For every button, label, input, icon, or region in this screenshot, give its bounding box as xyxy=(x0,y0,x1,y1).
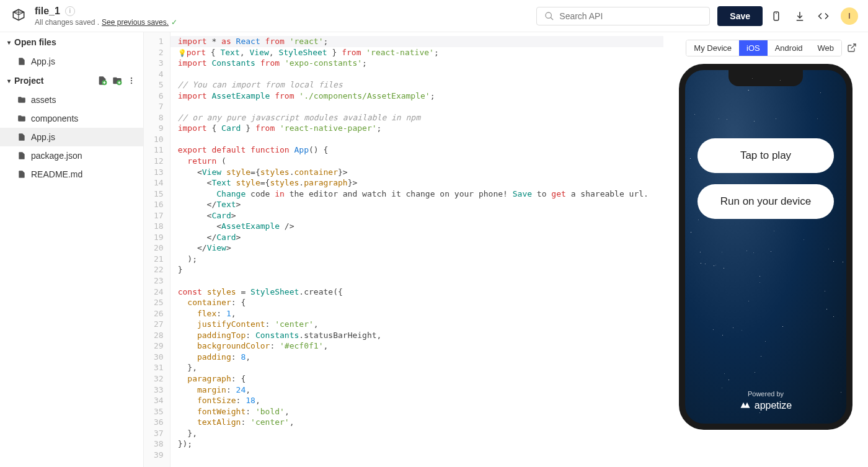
more-icon[interactable] xyxy=(127,76,136,86)
info-icon[interactable]: i xyxy=(65,6,75,16)
file-icon xyxy=(17,133,26,141)
file-title: file_1 xyxy=(35,6,60,17)
file-label: App.js xyxy=(31,132,55,142)
search-box[interactable] xyxy=(536,7,710,25)
save-button[interactable]: Save xyxy=(717,6,763,26)
project-actions xyxy=(97,76,136,86)
code-area[interactable]: import * as React from 'react';💡port { T… xyxy=(170,32,663,467)
device-icon[interactable] xyxy=(770,10,782,22)
powered-by: Powered by appetize xyxy=(685,390,846,411)
chevron-down-icon: ▾ xyxy=(7,78,11,84)
appetize-icon xyxy=(740,401,751,410)
preview-tabs-row: My DeviceiOSAndroidWeb xyxy=(673,40,858,56)
header: file_1 i All changes saved . See previou… xyxy=(0,0,868,32)
file-icon xyxy=(17,57,26,66)
phone-button[interactable]: Tap to play xyxy=(698,138,834,173)
preview-tab-web[interactable]: Web xyxy=(810,40,842,56)
download-icon[interactable] xyxy=(794,10,806,22)
file-label: App.js xyxy=(31,56,55,66)
project-file-item[interactable]: README.md xyxy=(0,165,143,184)
avatar[interactable]: I xyxy=(841,7,858,25)
phone-buttons: Tap to playRun on your device xyxy=(685,138,846,219)
file-label: assets xyxy=(31,95,56,105)
folder-icon xyxy=(17,96,26,104)
preview-panel: My DeviceiOSAndroidWeb Tap to playRun on… xyxy=(663,32,868,467)
title-block: file_1 i All changes saved . See previou… xyxy=(35,6,177,27)
previous-saves-link[interactable]: See previous saves. xyxy=(102,18,169,27)
sidebar: ▾ Open files App.js ▾ Project a xyxy=(0,32,144,467)
preview-tab-ios[interactable]: iOS xyxy=(739,40,768,56)
preview-tabs: My DeviceiOSAndroidWeb xyxy=(686,40,842,56)
save-status: All changes saved . See previous saves. … xyxy=(35,18,177,27)
search-input[interactable] xyxy=(559,11,702,21)
appetize-brand[interactable]: appetize xyxy=(685,400,846,411)
svg-point-6 xyxy=(131,82,132,84)
project-file-item[interactable]: package.json xyxy=(0,146,143,165)
open-files-header[interactable]: ▾ Open files xyxy=(0,32,143,52)
phone-button[interactable]: Run on your device xyxy=(698,184,834,219)
import-folder-icon[interactable] xyxy=(112,76,122,86)
file-label: README.md xyxy=(31,169,82,179)
line-gutter: 1234567891011121314151617181920212223242… xyxy=(144,32,170,467)
preview-tab-android[interactable]: Android xyxy=(768,40,810,56)
file-icon xyxy=(17,151,26,160)
phone-background xyxy=(685,70,846,424)
open-files-list: App.js xyxy=(0,52,143,71)
check-icon: ✓ xyxy=(171,18,177,27)
project-file-item[interactable]: App.js xyxy=(0,128,143,146)
file-label: components xyxy=(31,113,78,123)
svg-point-5 xyxy=(131,80,132,81)
svg-point-0 xyxy=(546,12,551,18)
header-left: file_1 i All changes saved . See previou… xyxy=(10,6,529,27)
svg-point-4 xyxy=(131,78,132,79)
project-file-item[interactable]: assets xyxy=(0,91,143,109)
phone-preview: Tap to playRun on your device Powered by… xyxy=(679,64,852,430)
open-file-item[interactable]: App.js xyxy=(0,52,143,71)
project-files-list: assetscomponentsApp.jspackage.jsonREADME… xyxy=(0,91,143,184)
project-file-item[interactable]: components xyxy=(0,109,143,128)
logo-icon[interactable] xyxy=(10,7,27,25)
file-icon xyxy=(17,170,26,179)
project-header[interactable]: ▾ Project xyxy=(0,71,143,91)
search-icon xyxy=(544,11,554,21)
file-label: package.json xyxy=(31,151,82,161)
external-link-icon[interactable] xyxy=(847,43,858,54)
new-file-icon[interactable] xyxy=(97,76,107,86)
code-icon[interactable] xyxy=(817,10,830,22)
preview-tab-my-device[interactable]: My Device xyxy=(686,40,739,56)
code-editor[interactable]: 1234567891011121314151617181920212223242… xyxy=(144,32,663,467)
chevron-down-icon: ▾ xyxy=(7,39,11,46)
header-actions: I xyxy=(770,7,858,25)
folder-icon xyxy=(17,114,26,123)
main: ▾ Open files App.js ▾ Project a xyxy=(0,32,868,467)
